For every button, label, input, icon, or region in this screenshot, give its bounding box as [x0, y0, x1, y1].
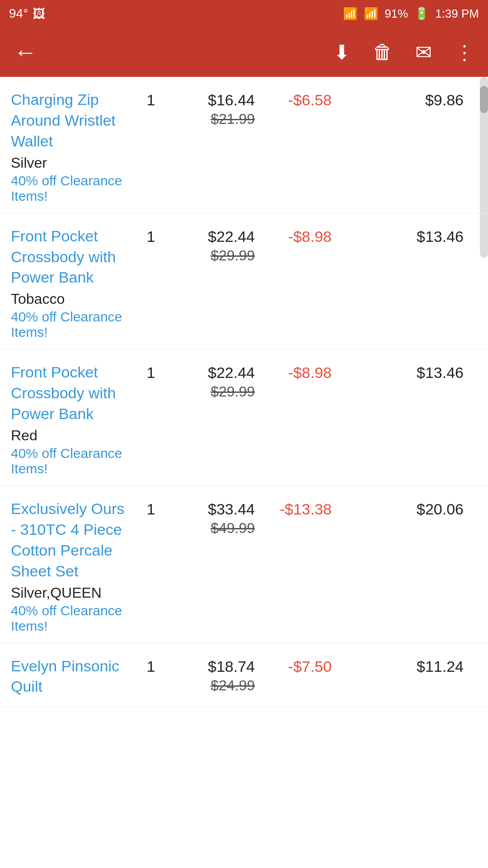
- item-5-name[interactable]: Evelyn Pinsonic Quilt: [11, 656, 133, 698]
- item-4-final: $20.06: [336, 499, 477, 518]
- email-button[interactable]: ✉: [415, 41, 432, 64]
- cart-list: Charging Zip Around Wristlet Wallet Silv…: [0, 77, 488, 707]
- item-2-final: $13.46: [336, 226, 477, 245]
- item-2-price-original: $29.99: [169, 247, 255, 264]
- signal-icon: 📶: [364, 7, 378, 21]
- item-3-price-current: $22.44: [169, 364, 255, 382]
- item-2-promo: 40% off Clearance Items!: [11, 309, 133, 340]
- image-icon: 🖼: [33, 6, 45, 21]
- download-button[interactable]: ⬇: [333, 41, 350, 64]
- item-3-promo: 40% off Clearance Items!: [11, 446, 133, 476]
- item-4-discount: -$13.38: [259, 499, 332, 518]
- item-4-promo: 40% off Clearance Items!: [11, 603, 133, 634]
- item-5-final: $11.24: [336, 656, 477, 675]
- item-1-name[interactable]: Charging Zip Around Wristlet Wallet: [11, 90, 133, 152]
- cart-item-5: Evelyn Pinsonic Quilt 1 $18.74 $24.99 -$…: [0, 643, 488, 707]
- item-4-name[interactable]: Exclusively Ours - 310TC 4 Piece Cotton …: [11, 499, 133, 582]
- delete-button[interactable]: 🗑: [373, 41, 393, 63]
- time: 1:39 PM: [435, 7, 479, 21]
- item-5-price-original: $24.99: [169, 677, 255, 694]
- item-4-variant: Silver,QUEEN: [11, 585, 133, 601]
- wifi-icon: 📶: [343, 7, 357, 21]
- item-1-promo: 40% off Clearance Items!: [11, 173, 133, 204]
- item-1-discount: -$6.58: [259, 90, 332, 109]
- item-3-discount: -$8.98: [259, 362, 332, 382]
- cart-item-3: Front Pocket Crossbody with Power Bank R…: [0, 349, 488, 486]
- item-5-price-current: $18.74: [169, 658, 255, 675]
- item-2-qty: 1: [137, 226, 164, 245]
- item-2-discount: -$8.98: [259, 226, 332, 245]
- item-2-price-current: $22.44: [169, 228, 255, 245]
- item-4-price-current: $33.44: [169, 500, 255, 518]
- item-1-variant: Silver: [11, 155, 133, 171]
- item-3-qty: 1: [137, 362, 164, 382]
- battery-level: 91%: [385, 7, 408, 21]
- temperature: 94°: [9, 6, 28, 21]
- status-bar: 94° 🖼 📶 📶 91% 🔋 1:39 PM: [0, 0, 488, 27]
- cart-item-4: Exclusively Ours - 310TC 4 Piece Cotton …: [0, 486, 488, 643]
- item-3-variant: Red: [11, 427, 133, 444]
- back-button[interactable]: ←: [14, 38, 37, 66]
- toolbar: ← ⬇ 🗑 ✉ ⋮: [0, 27, 488, 77]
- item-2-name[interactable]: Front Pocket Crossbody with Power Bank: [11, 226, 133, 288]
- cart-item-2: Front Pocket Crossbody with Power Bank T…: [0, 213, 488, 350]
- item-1-final: $9.86: [336, 90, 477, 109]
- item-4-price-original: $49.99: [169, 520, 255, 537]
- item-3-final: $13.46: [336, 362, 477, 382]
- battery-icon: 🔋: [414, 7, 429, 21]
- item-5-discount: -$7.50: [259, 656, 332, 675]
- item-4-qty: 1: [137, 499, 164, 518]
- item-1-qty: 1: [137, 90, 164, 109]
- item-3-name[interactable]: Front Pocket Crossbody with Power Bank: [11, 362, 133, 425]
- item-1-price-original: $21.99: [169, 111, 255, 127]
- cart-item-1: Charging Zip Around Wristlet Wallet Silv…: [0, 77, 488, 213]
- item-5-qty: 1: [137, 656, 164, 675]
- item-2-variant: Tobacco: [11, 291, 133, 307]
- item-1-price-current: $16.44: [169, 91, 255, 109]
- item-3-price-original: $29.99: [169, 383, 255, 400]
- more-button[interactable]: ⋮: [455, 41, 474, 64]
